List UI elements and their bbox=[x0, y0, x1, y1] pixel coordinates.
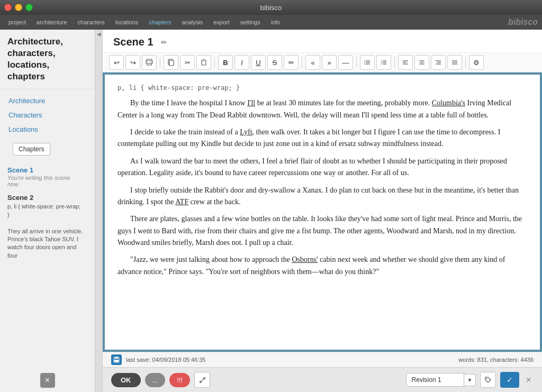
copy-format-button[interactable] bbox=[164, 55, 178, 70]
editor-paragraph-3: As I walk toward the bar to meet the oth… bbox=[118, 156, 527, 179]
sidebar-item-characters[interactable]: Characters bbox=[0, 108, 95, 122]
align-justify-button[interactable] bbox=[447, 55, 462, 70]
toolbar-separator-6 bbox=[465, 57, 466, 68]
top-navigation: project architecture characters location… bbox=[0, 15, 542, 30]
bold-button[interactable]: B bbox=[218, 55, 233, 70]
sidebar-item-locations[interactable]: Locations bbox=[0, 122, 95, 136]
nav-characters[interactable]: characters bbox=[74, 18, 109, 26]
sidebar-header: Architecture, characters, locations, cha… bbox=[0, 30, 95, 89]
scene-list: Scene 1 You're writing this scene now. S… bbox=[0, 161, 95, 369]
scene-item-2[interactable]: Scene 2 p, li { white-space: pre-wrap; }… bbox=[0, 190, 91, 263]
editor-content[interactable]: p, li { white-space: pre-wrap; } By the … bbox=[105, 75, 540, 350]
toolbar-separator-5 bbox=[394, 57, 395, 68]
nav-architecture[interactable]: architecture bbox=[32, 18, 71, 26]
toolbar-separator-1 bbox=[160, 57, 160, 68]
pen-button[interactable]: ✏ bbox=[284, 55, 299, 70]
list-ul-button[interactable] bbox=[360, 55, 375, 70]
toolbar-separator-2 bbox=[214, 57, 215, 68]
minimize-button[interactable] bbox=[15, 4, 22, 11]
underline-button[interactable]: U bbox=[251, 55, 266, 70]
svg-text:3: 3 bbox=[381, 62, 383, 65]
svg-rect-33 bbox=[115, 357, 118, 359]
collapse-arrow[interactable]: ◀ bbox=[97, 32, 101, 37]
middle-strip: ◀ bbox=[95, 30, 103, 392]
ok-button[interactable]: OK bbox=[111, 373, 141, 387]
app-title: bibisco bbox=[260, 4, 282, 12]
confirm-button[interactable]: ✓ bbox=[500, 372, 519, 388]
main-layout: Architecture, characters, locations, cha… bbox=[0, 30, 542, 392]
svg-point-35 bbox=[486, 378, 487, 379]
close-editor-button[interactable]: × bbox=[523, 375, 534, 386]
scene-title: Scene 1 bbox=[113, 36, 153, 48]
cut-button[interactable]: ✂ bbox=[180, 55, 195, 70]
nav-project[interactable]: project bbox=[4, 18, 30, 26]
expand-button[interactable] bbox=[194, 372, 210, 388]
window-controls[interactable] bbox=[4, 4, 33, 11]
sidebar-navigation: Architecture Characters Locations bbox=[0, 89, 95, 141]
print-button[interactable] bbox=[142, 55, 157, 70]
svg-point-12 bbox=[364, 62, 365, 63]
close-quote-button[interactable]: » bbox=[322, 55, 337, 70]
revision-input[interactable] bbox=[406, 373, 464, 387]
scene-item-1[interactable]: Scene 1 You're writing this scene now. bbox=[0, 163, 91, 190]
svg-point-13 bbox=[364, 63, 365, 65]
align-center-button[interactable] bbox=[414, 55, 429, 70]
strikethrough-button[interactable]: S bbox=[267, 55, 282, 70]
titlebar: bibisco bbox=[0, 0, 542, 15]
toolbar-separator-4 bbox=[356, 57, 357, 68]
svg-point-3 bbox=[151, 62, 151, 62]
nav-info[interactable]: info bbox=[267, 18, 285, 26]
editor-paragraph-6: "Jazz, we were just talking about how to… bbox=[118, 254, 527, 278]
settings-button[interactable]: ⚙ bbox=[469, 55, 484, 70]
revision-dropdown-button[interactable]: ▼ bbox=[464, 374, 476, 386]
sidebar-close-button[interactable]: × bbox=[40, 373, 55, 388]
close-button[interactable] bbox=[4, 4, 12, 11]
flag-button[interactable]: !!! bbox=[169, 373, 190, 387]
chapters-button[interactable]: Chapters bbox=[13, 143, 50, 156]
scene-1-subtitle: You're writing this scene now. bbox=[7, 175, 83, 187]
maximize-button[interactable] bbox=[25, 4, 33, 11]
content-panel: Scene 1 ✏ ↩ ↪ ✂ B I U S ✏ « bbox=[103, 30, 542, 392]
last-save-text: last save: 04/09/2018 05:46:35 bbox=[126, 357, 454, 363]
svg-rect-5 bbox=[169, 60, 174, 66]
word-count-text: words: 831, characters: 4436 bbox=[458, 357, 534, 363]
toolbar-separator-3 bbox=[302, 57, 302, 68]
save-icon bbox=[111, 354, 122, 365]
undo-button[interactable]: ↩ bbox=[109, 55, 124, 70]
align-left-button[interactable] bbox=[398, 55, 413, 70]
revision-select: ▼ bbox=[406, 373, 476, 387]
editor-area: p, li { white-space: pre-wrap; } By the … bbox=[103, 72, 542, 352]
editor-first-line: p, li { white-space: pre-wrap; } bbox=[118, 83, 527, 93]
editor-toolbar: ↩ ↪ ✂ B I U S ✏ « » — bbox=[103, 53, 542, 72]
italic-button[interactable]: I bbox=[234, 55, 249, 70]
brand-logo: bibisco bbox=[508, 17, 538, 27]
nav-chapters[interactable]: chapters bbox=[144, 18, 175, 26]
scene-2-title: Scene 2 bbox=[7, 194, 83, 202]
nav-analysis[interactable]: analysis bbox=[178, 18, 207, 26]
editor-paragraph-4: I stop briefly outside the Rabbit's door… bbox=[118, 185, 527, 208]
nav-settings[interactable]: settings bbox=[236, 18, 265, 26]
more-button[interactable]: ... bbox=[145, 373, 166, 387]
em-dash-button[interactable]: — bbox=[338, 55, 353, 70]
sidebar-item-architecture[interactable]: Architecture bbox=[0, 94, 95, 108]
svg-rect-34 bbox=[114, 360, 119, 362]
edit-scene-title-button[interactable]: ✏ bbox=[159, 37, 169, 48]
nav-export[interactable]: export bbox=[209, 18, 234, 26]
redo-button[interactable]: ↪ bbox=[125, 55, 140, 70]
svg-rect-7 bbox=[203, 59, 205, 61]
list-ol-button[interactable]: 123 bbox=[376, 55, 391, 70]
open-quote-button[interactable]: « bbox=[305, 55, 320, 70]
chapters-section: Chapters bbox=[0, 141, 95, 161]
paste-button[interactable] bbox=[196, 55, 211, 70]
svg-point-11 bbox=[364, 60, 365, 61]
nav-locations[interactable]: locations bbox=[111, 18, 142, 26]
scene-1-title: Scene 1 bbox=[7, 166, 83, 174]
align-right-button[interactable] bbox=[431, 55, 446, 70]
action-bar: OK ... !!! ▼ ✓ × bbox=[103, 367, 542, 392]
tag-button[interactable] bbox=[480, 372, 496, 388]
editor-paragraph-2: I decide to take the train instead of a … bbox=[118, 126, 527, 150]
editor-paragraph-1: By the time I leave the hospital I know … bbox=[118, 97, 527, 121]
sidebar: Architecture, characters, locations, cha… bbox=[0, 30, 95, 392]
scene-2-preview: p, li { white-space: pre-wrap; } They al… bbox=[7, 203, 83, 260]
editor-paragraph-5: There are plates, glasses and a few wine… bbox=[118, 213, 527, 249]
